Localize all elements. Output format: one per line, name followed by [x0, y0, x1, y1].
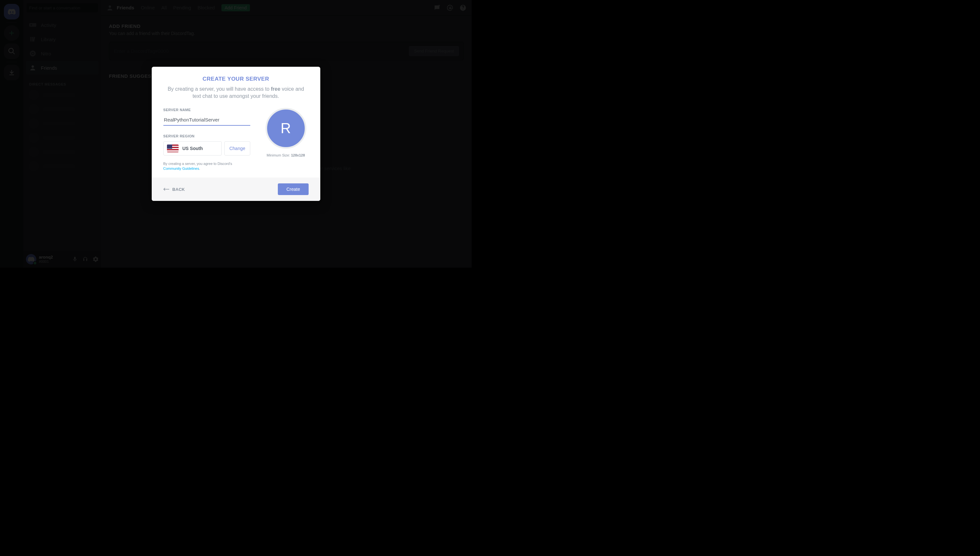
server-avatar-upload[interactable]: R: [266, 108, 306, 149]
modal-desc-bold: free: [271, 86, 280, 92]
server-region-label: SERVER REGION: [164, 134, 250, 138]
community-guidelines-link[interactable]: Community Guidelines: [164, 166, 199, 170]
modal-footer: BACK Create: [152, 178, 320, 201]
terms-pre: By creating a server, you agree to Disco…: [164, 162, 232, 166]
min-size-pre: Minimum Size:: [266, 153, 291, 157]
us-flag-icon: [167, 144, 179, 152]
back-button[interactable]: BACK: [164, 187, 185, 192]
terms-text: By creating a server, you agree to Disco…: [164, 162, 250, 171]
region-display: US South: [164, 141, 222, 155]
modal-title: CREATE YOUR SERVER: [164, 76, 309, 82]
modal-desc-pre: By creating a server, you will have acce…: [168, 86, 271, 92]
modal-description: By creating a server, you will have acce…: [164, 86, 309, 100]
create-server-modal: CREATE YOUR SERVER By creating a server,…: [152, 67, 320, 201]
create-button[interactable]: Create: [278, 183, 308, 195]
change-region-button[interactable]: Change: [224, 141, 250, 155]
server-name-input[interactable]: [164, 115, 250, 126]
back-label: BACK: [172, 187, 185, 192]
min-size-value: 128x128: [291, 153, 305, 157]
min-size-text: Minimum Size: 128x128: [266, 153, 305, 157]
arrow-left-icon: [164, 187, 169, 191]
modal-layer: CREATE YOUR SERVER By creating a server,…: [0, 0, 472, 268]
terms-period: .: [199, 166, 200, 170]
region-name: US South: [183, 146, 203, 151]
server-name-label: SERVER NAME: [164, 108, 250, 112]
